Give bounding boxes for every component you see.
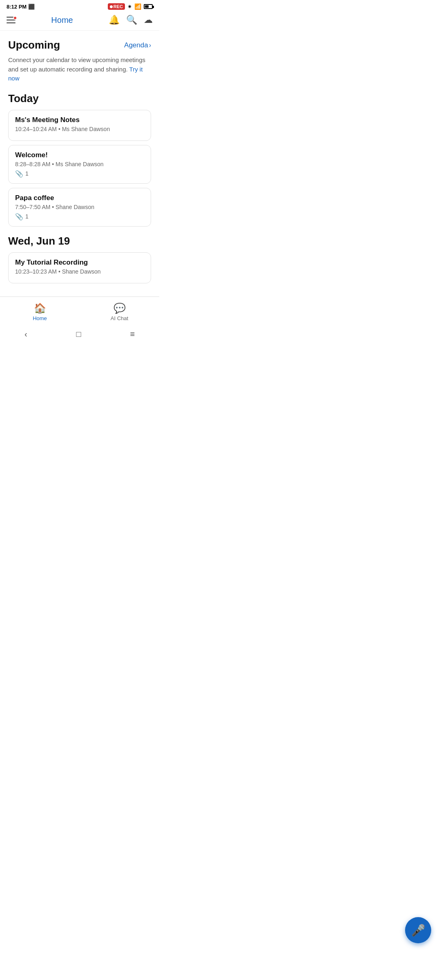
bottom-nav: 🏠 Home 💬 AI Chat (0, 296, 159, 325)
page-title: Home (51, 16, 73, 25)
battery-icon (144, 4, 153, 9)
meeting-card[interactable]: Papa coffee 7:50–7:50 AM • Shane Dawson … (8, 188, 151, 227)
meeting-card[interactable]: My Tutorial Recording 10:23–10:23 AM • S… (8, 252, 151, 283)
meeting-time: 10:24–10:24 AM • Ms Shane Dawson (15, 126, 144, 132)
bluetooth-icon: ✴ (127, 4, 132, 10)
video-call-icon: ⬛ (28, 4, 35, 10)
upcoming-header: Upcoming Agenda › (8, 39, 151, 51)
status-icons-area: REC ✴ 📶 (108, 3, 153, 10)
rec-badge: REC (108, 3, 125, 10)
clip-icon: 📎 (15, 213, 23, 220)
agenda-chevron-icon: › (149, 42, 151, 49)
status-time-area: 8:12 PM ⬛ (7, 4, 35, 10)
today-title: Today (8, 92, 151, 105)
meeting-time: 10:23–10:23 AM • Shane Dawson (15, 268, 144, 275)
clips-count: 📎 1 (15, 213, 144, 220)
upcoming-title: Upcoming (8, 39, 60, 51)
back-button[interactable]: ‹ (24, 330, 27, 339)
bell-icon[interactable]: 🔔 (109, 15, 120, 25)
meeting-name: Ms's Meeting Notes (15, 116, 144, 124)
nav-action-icons: 🔔 🔍 ☁ (109, 15, 153, 25)
date-title: Wed, Jun 19 (8, 235, 151, 247)
cloud-upload-icon[interactable]: ☁ (144, 15, 153, 25)
home-button[interactable]: □ (76, 330, 81, 339)
meeting-card[interactable]: Welcome! 8:28–8:28 AM • Ms Shane Dawson … (8, 145, 151, 184)
ai-chat-nav-label: AI Chat (111, 315, 128, 321)
hamburger-menu-button[interactable] (7, 17, 16, 23)
notification-dot (13, 16, 17, 20)
main-content: Upcoming Agenda › Connect your calendar … (0, 31, 159, 296)
bottom-nav-ai-chat[interactable]: 💬 AI Chat (80, 301, 159, 323)
home-nav-label: Home (33, 315, 47, 321)
meeting-time: 8:28–8:28 AM • Ms Shane Dawson (15, 161, 144, 167)
status-time: 8:12 PM (7, 4, 27, 10)
wifi-icon: 📶 (134, 3, 141, 10)
meeting-card[interactable]: Ms's Meeting Notes 10:24–10:24 AM • Ms S… (8, 110, 151, 141)
connect-message: Connect your calendar to view upcoming m… (8, 56, 151, 83)
recents-button[interactable]: ≡ (130, 330, 135, 339)
date-section: Wed, Jun 19 My Tutorial Recording 10:23–… (8, 235, 151, 283)
clips-count: 📎 1 (15, 170, 144, 178)
status-bar: 8:12 PM ⬛ REC ✴ 📶 (0, 0, 159, 11)
system-nav-bar: ‹ □ ≡ (0, 325, 159, 345)
today-section: Today Ms's Meeting Notes 10:24–10:24 AM … (8, 92, 151, 227)
bottom-nav-home[interactable]: 🏠 Home (0, 301, 80, 323)
chat-icon: 💬 (114, 303, 126, 314)
upcoming-section: Upcoming Agenda › Connect your calendar … (8, 39, 151, 83)
top-nav: Home 🔔 🔍 ☁ (0, 11, 159, 31)
meeting-name: My Tutorial Recording (15, 258, 144, 267)
home-icon: 🏠 (34, 303, 46, 314)
agenda-link[interactable]: Agenda › (124, 41, 151, 49)
meeting-time: 7:50–7:50 AM • Shane Dawson (15, 204, 144, 210)
meeting-name: Welcome! (15, 151, 144, 159)
search-icon[interactable]: 🔍 (126, 15, 137, 25)
meeting-name: Papa coffee (15, 194, 144, 202)
rec-dot (110, 5, 113, 8)
clip-icon: 📎 (15, 170, 23, 178)
